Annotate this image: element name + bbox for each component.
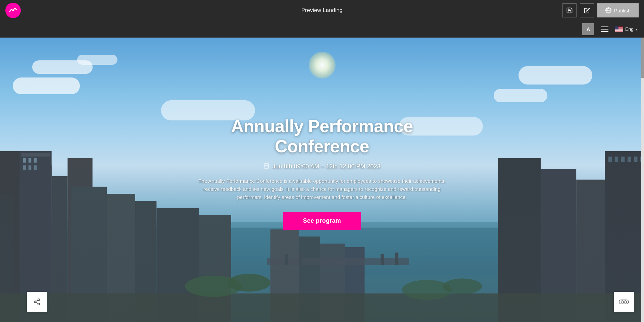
svg-point-67 bbox=[624, 301, 627, 303]
svg-rect-19 bbox=[23, 158, 26, 163]
language-button[interactable]: Eng ▾ bbox=[615, 26, 637, 32]
svg-rect-29 bbox=[199, 215, 231, 322]
menu-button[interactable] bbox=[600, 25, 610, 33]
svg-rect-38 bbox=[621, 157, 625, 162]
svg-point-54 bbox=[402, 280, 452, 300]
cloud-3 bbox=[13, 77, 80, 94]
svg-rect-26 bbox=[107, 194, 135, 322]
svg-rect-42 bbox=[270, 229, 299, 322]
svg-rect-10 bbox=[0, 222, 644, 322]
calendar-icon bbox=[263, 163, 269, 170]
svg-rect-51 bbox=[395, 253, 399, 265]
svg-point-55 bbox=[443, 279, 482, 294]
vr-button[interactable] bbox=[614, 292, 634, 312]
scrollbar-track bbox=[641, 38, 644, 322]
svg-rect-45 bbox=[345, 247, 364, 322]
svg-rect-31 bbox=[541, 169, 576, 322]
top-bar-left bbox=[5, 3, 21, 18]
event-description: The Anually Performance Conference is a … bbox=[191, 177, 453, 201]
share-button[interactable] bbox=[27, 292, 47, 312]
svg-rect-46 bbox=[0, 293, 644, 322]
second-bar: A Eng ▾ bbox=[0, 21, 644, 38]
svg-rect-47 bbox=[267, 258, 409, 265]
svg-line-64 bbox=[36, 300, 38, 302]
svg-rect-23 bbox=[29, 166, 31, 170]
chevron-down-icon: ▾ bbox=[636, 28, 637, 31]
svg-rect-39 bbox=[628, 157, 631, 162]
svg-rect-30 bbox=[498, 158, 541, 322]
svg-rect-14 bbox=[52, 176, 68, 322]
publish-button[interactable]: Publish bbox=[597, 3, 639, 17]
svg-rect-6 bbox=[615, 30, 623, 30]
svg-point-60 bbox=[38, 299, 40, 301]
hamburger-line-2 bbox=[601, 29, 608, 30]
svg-rect-7 bbox=[615, 30, 623, 31]
date-text: Jun 8th 09:00 AM – 12th 12:00 PM 2023 bbox=[272, 163, 380, 170]
preview-label: Preview Landing bbox=[301, 7, 343, 13]
save-button[interactable] bbox=[562, 3, 577, 17]
top-bar: Preview Landing Publish bbox=[0, 0, 644, 21]
svg-rect-50 bbox=[381, 255, 384, 265]
event-date: Jun 8th 09:00 AM – 12th 12:00 PM 2023 bbox=[191, 163, 453, 170]
cloud-2 bbox=[77, 55, 117, 65]
svg-rect-25 bbox=[71, 187, 107, 322]
svg-rect-20 bbox=[29, 158, 31, 163]
svg-rect-36 bbox=[608, 157, 612, 162]
lang-label: Eng bbox=[625, 26, 634, 32]
vr-icon bbox=[619, 299, 629, 305]
svg-rect-24 bbox=[34, 166, 37, 170]
svg-rect-9 bbox=[615, 26, 618, 30]
flag-icon bbox=[615, 26, 623, 32]
svg-rect-12 bbox=[0, 151, 30, 322]
hero-content: Annually Performance Conference Jun 8th … bbox=[191, 116, 453, 230]
svg-rect-43 bbox=[299, 237, 320, 322]
edit-button[interactable] bbox=[580, 3, 594, 17]
svg-rect-48 bbox=[285, 255, 288, 265]
svg-point-53 bbox=[228, 274, 270, 292]
svg-rect-18 bbox=[21, 153, 50, 157]
svg-point-66 bbox=[621, 301, 624, 303]
logo[interactable] bbox=[5, 3, 21, 18]
top-bar-right: Publish bbox=[562, 3, 639, 17]
hamburger-line-3 bbox=[601, 31, 608, 32]
cloud-4 bbox=[518, 66, 592, 85]
svg-rect-21 bbox=[34, 158, 37, 163]
scrollbar-thumb[interactable] bbox=[641, 38, 644, 78]
svg-rect-22 bbox=[23, 166, 26, 170]
publish-label: Publish bbox=[614, 8, 631, 13]
svg-rect-11 bbox=[0, 228, 644, 322]
hamburger-line-1 bbox=[601, 26, 608, 27]
svg-rect-49 bbox=[299, 253, 302, 265]
svg-point-52 bbox=[185, 276, 242, 297]
svg-rect-27 bbox=[135, 201, 157, 322]
svg-rect-8 bbox=[615, 31, 623, 32]
svg-rect-37 bbox=[615, 157, 618, 162]
svg-rect-44 bbox=[320, 244, 345, 322]
globe-icon bbox=[605, 7, 611, 13]
svg-rect-56 bbox=[264, 164, 269, 168]
hero-section: Annually Performance Conference Jun 8th … bbox=[0, 38, 644, 322]
share-icon bbox=[33, 298, 41, 306]
cloud-5 bbox=[494, 89, 547, 102]
event-title: Annually Performance Conference bbox=[191, 116, 453, 157]
see-program-button[interactable]: See program bbox=[283, 212, 361, 230]
svg-line-63 bbox=[36, 302, 38, 304]
svg-point-62 bbox=[38, 303, 40, 305]
svg-rect-40 bbox=[634, 157, 638, 162]
avatar-button[interactable]: A bbox=[582, 23, 594, 35]
svg-point-61 bbox=[34, 301, 36, 303]
svg-rect-15 bbox=[67, 158, 92, 322]
svg-rect-16 bbox=[0, 194, 14, 322]
